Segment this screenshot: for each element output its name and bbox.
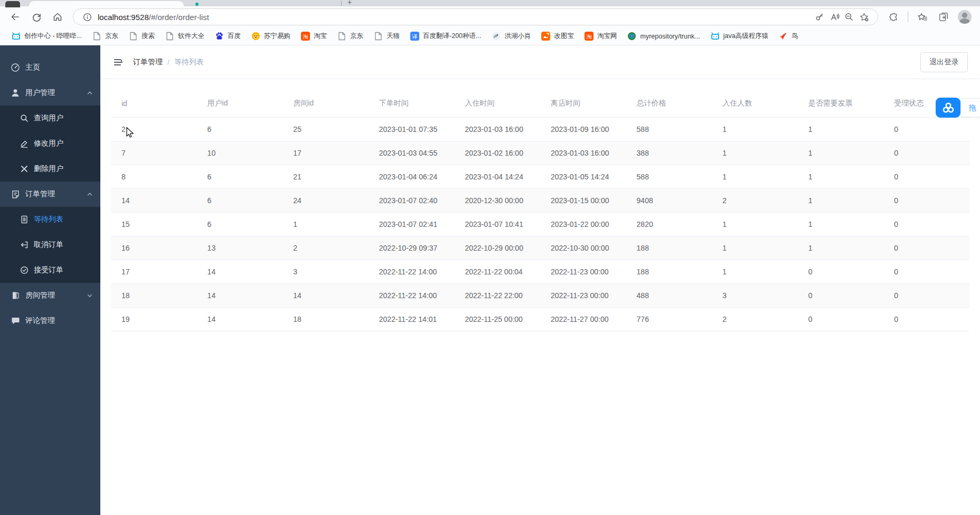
table-row[interactable]: 146242023-01-07 02:402020-12-30 00:00202… — [111, 188, 969, 212]
sidebar-item-label: 查询用户 — [34, 113, 93, 123]
bookmark-item[interactable]: 天猫 — [370, 30, 404, 43]
table-cell: 1 — [798, 117, 884, 141]
table-row[interactable]: 86212023-01-04 06:242023-01-04 14:242023… — [111, 165, 969, 188]
sidebar-submenu: 查询用户修改用户删除用户 — [0, 106, 100, 182]
table-cell: 2023-01-01 07:35 — [369, 117, 455, 141]
table-cell: 2023-01-15 00:00 — [540, 188, 626, 212]
table-cell: 1 — [712, 165, 798, 188]
collections-icon[interactable] — [934, 8, 954, 25]
table-cell: 2022-11-22 14:01 — [369, 307, 455, 331]
bookmark-item[interactable]: 鸟 — [775, 30, 803, 43]
bookmark-label: java高级程序猿 — [723, 32, 768, 41]
address-bar[interactable]: localhost:9528/#/order/order-list — [73, 8, 878, 25]
svg-text:译: 译 — [412, 34, 418, 40]
bookmark-item[interactable]: 创作中心 - 哔哩哔... — [7, 30, 86, 43]
sidebar-item-主页[interactable]: 主页 — [0, 55, 100, 80]
bookmark-item[interactable]: 京东 — [333, 30, 368, 43]
chevron-up-icon — [87, 191, 93, 197]
read-aloud-icon[interactable] — [827, 11, 842, 23]
drag-widget-label[interactable]: 拖 — [961, 98, 980, 117]
sidebar-subitem-修改用户[interactable]: 修改用户 — [0, 131, 100, 156]
gaitubao-icon — [541, 32, 550, 41]
table-cell: 13 — [197, 236, 283, 260]
bookmark-item[interactable]: myrepository/trunk... — [623, 30, 704, 43]
new-tab-icon[interactable]: + — [347, 0, 352, 6]
bookmark-item[interactable]: 百度 — [211, 30, 245, 43]
table-cell: 21 — [282, 165, 369, 188]
logout-button[interactable]: 退出登录 — [920, 52, 968, 72]
table-cell: 2023-01-04 14:24 — [454, 165, 540, 188]
sidebar-subitem-接受订单[interactable]: 接受订单 — [0, 258, 100, 283]
table-row[interactable]: 1814142022-11-22 14:002022-11-22 22:0020… — [111, 283, 969, 307]
table-cell: 2022-10-30 00:00 — [540, 236, 626, 260]
tab-divider — [341, 1, 342, 6]
table-cell: 776 — [626, 307, 712, 331]
table-row[interactable]: 710172023-01-03 04:552023-01-02 16:00202… — [111, 141, 969, 165]
sidebar-subitem-查询用户[interactable]: 查询用户 — [0, 106, 100, 131]
zoom-out-icon[interactable] — [842, 11, 856, 23]
table-row[interactable]: 171432022-11-22 14:002022-11-22 00:04202… — [111, 260, 969, 283]
site-info-icon[interactable] — [80, 11, 95, 23]
table-cell: 1 — [712, 212, 798, 236]
bookmark-label: 百度 — [228, 32, 241, 41]
password-key-icon[interactable] — [812, 11, 827, 23]
sidebar-subitem-取消订单[interactable]: 取消订单 — [0, 232, 100, 258]
drag-widget-button[interactable] — [936, 98, 960, 118]
chevron-down-icon — [87, 292, 93, 299]
bookmark-item[interactable]: 京东 — [88, 30, 123, 43]
table-cell: 2022-11-27 00:00 — [540, 307, 626, 331]
sidebar-item-房间管理[interactable]: 房间管理 — [0, 283, 100, 308]
hawk-icon — [492, 32, 501, 41]
bookmark-label: 淘宝 — [314, 32, 327, 41]
table-cell: 2 — [111, 117, 197, 141]
sidebar-item-用户管理[interactable]: 用户管理 — [0, 80, 100, 106]
bookmark-item[interactable]: 译百度翻译-200种语... — [406, 30, 485, 43]
bookmark-item[interactable]: 改图宝 — [537, 30, 578, 43]
page-icon — [374, 32, 383, 41]
avatar — [958, 10, 972, 24]
page-content: id用户id房间id下单时间入住时间离店时间总计价格入住人数是否需要发票受理状态… — [100, 79, 980, 515]
table-cell: 2022-11-23 00:00 — [540, 260, 626, 283]
table-row[interactable]: 1914182022-11-22 14:012022-11-25 00:0020… — [111, 307, 969, 331]
table-cell: 2023-01-03 04:55 — [369, 141, 455, 165]
home-icon[interactable] — [48, 8, 68, 25]
sidebar-subitem-等待列表[interactable]: 等待列表 — [0, 207, 100, 232]
extensions-icon[interactable] — [883, 8, 903, 25]
sidebar-item-订单管理[interactable]: 订单管理 — [0, 182, 100, 207]
sidebar-item-label: 等待列表 — [34, 215, 93, 224]
bookmark-item[interactable]: 搜索 — [125, 30, 159, 43]
bookmark-item[interactable]: 苏宁易购 — [247, 30, 295, 43]
active-tab[interactable] — [29, 1, 184, 6]
add-favorite-icon[interactable] — [856, 11, 871, 23]
profile-avatar[interactable] — [955, 8, 975, 25]
table-cell: 6 — [197, 212, 283, 236]
table-cell: 2022-11-25 00:00 — [454, 307, 540, 331]
sidebar-item-label: 接受订单 — [34, 265, 93, 275]
three-rings-icon — [941, 101, 955, 114]
delete-icon — [20, 165, 29, 173]
url-text[interactable]: localhost:9528/#/order/order-list — [98, 13, 209, 22]
page-icon — [129, 32, 138, 41]
workspace-chip[interactable] — [5, 1, 20, 7]
favorites-icon[interactable] — [912, 8, 932, 25]
breadcrumb-current: 等待列表 — [174, 58, 204, 67]
table-cell: 14 — [111, 188, 197, 212]
breadcrumb-parent[interactable]: 订单管理 — [133, 58, 163, 67]
refresh-icon[interactable] — [26, 8, 46, 25]
table-row[interactable]: 161322022-10-29 09:372022-10-29 00:00202… — [111, 236, 969, 260]
table-row[interactable]: 15612023-01-07 02:412023-01-07 10:412023… — [111, 212, 969, 236]
bookmark-item[interactable]: 软件大全 — [161, 30, 209, 43]
sidebar-item-评论管理[interactable]: 评论管理 — [0, 308, 100, 333]
bookmark-item[interactable]: 淘淘宝网 — [580, 30, 621, 43]
hamburger-icon[interactable] — [112, 56, 125, 69]
user-icon — [11, 88, 20, 98]
sidebar-submenu: 等待列表取消订单接受订单 — [0, 207, 100, 283]
column-header: 是否需要发票 — [798, 90, 884, 117]
bookmark-item[interactable]: 淘淘宝 — [297, 30, 331, 43]
table-row[interactable]: 26252023-01-01 07:352023-01-03 16:002023… — [111, 117, 969, 141]
bookmark-item[interactable]: java高级程序猿 — [706, 30, 772, 43]
browser-tab-strip: + — [0, 0, 980, 6]
back-icon[interactable] — [5, 8, 25, 25]
bookmark-item[interactable]: 洪湖小肖 — [487, 30, 535, 43]
sidebar-subitem-删除用户[interactable]: 删除用户 — [0, 156, 100, 182]
